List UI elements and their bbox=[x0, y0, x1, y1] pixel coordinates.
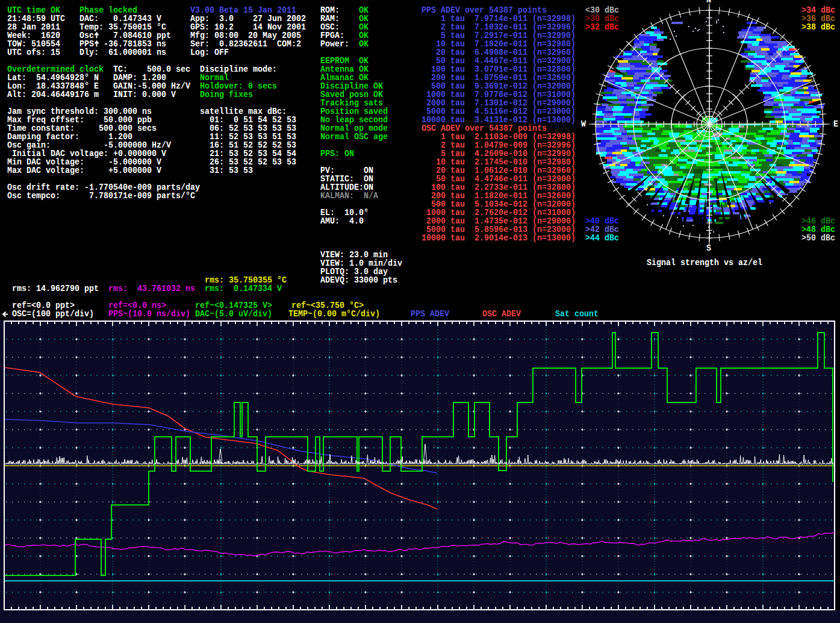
svg-text:UTC ofs: 15: UTC ofs: 15 bbox=[7, 48, 60, 57]
svg-text:INIT: 0.000 V: INIT: 0.000 V bbox=[113, 90, 176, 99]
svg-text:PPS ADEV: PPS ADEV bbox=[411, 309, 449, 319]
svg-text:Dly: 61.000001 ns: Dly: 61.000001 ns bbox=[79, 48, 166, 57]
svg-text:PPS: ON: PPS: ON bbox=[320, 149, 354, 158]
svg-text:rms: 43.761032 ns: rms: 43.761032 ns bbox=[108, 284, 195, 293]
svg-text:W: W bbox=[581, 119, 586, 129]
svg-text:TEMP~(0.00 m°C/div): TEMP~(0.00 m°C/div) bbox=[288, 309, 380, 319]
svg-text:Signal strength vs az/el: Signal strength vs az/el bbox=[647, 258, 762, 268]
svg-text:S: S bbox=[706, 243, 711, 253]
svg-text:>44 dBc: >44 dBc bbox=[585, 233, 619, 243]
svg-text:N: N bbox=[706, 0, 711, 5]
svg-text:OSC ADEV: OSC ADEV bbox=[482, 309, 521, 319]
svg-text:Normal OSC age: Normal OSC age bbox=[320, 132, 388, 142]
svg-text:ADEVQ: 33000 pts: ADEVQ: 33000 pts bbox=[320, 275, 397, 285]
svg-text:OK: OK bbox=[359, 39, 369, 49]
svg-text:>38 dBc: >38 dBc bbox=[801, 22, 835, 32]
svg-text:rms: 0.147334 V: rms: 0.147334 V bbox=[205, 284, 282, 293]
svg-text:Alt: 204.46449176 m: Alt: 204.46449176 m bbox=[7, 90, 99, 99]
svg-text:AMU: 4.0: AMU: 4.0 bbox=[320, 216, 364, 226]
svg-text:Power:: Power: bbox=[320, 39, 349, 49]
svg-text:PPS~(10.0 ns/div): PPS~(10.0 ns/div) bbox=[108, 309, 190, 319]
svg-text:Sat count: Sat count bbox=[555, 309, 599, 319]
svg-text:>32 dBc: >32 dBc bbox=[585, 22, 619, 32]
svg-text:Log: OFF: Log: OFF bbox=[190, 48, 229, 57]
svg-text:KALMAN: N/A: KALMAN: N/A bbox=[320, 191, 378, 201]
svg-text:DAC~(5.0 uV/div): DAC~(5.0 uV/div) bbox=[195, 309, 272, 319]
svg-text:Osc tempco: 7.780171e-009: Osc tempco: 7.780171e-009 parts/°C bbox=[7, 191, 195, 201]
svg-text:rms: 14.962790 ppt: rms: 14.962790 ppt bbox=[12, 284, 99, 293]
svg-text:OSC=(100 ppt/div): OSC=(100 ppt/div) bbox=[2, 309, 94, 319]
svg-text:E: E bbox=[833, 119, 838, 129]
svg-text:10000 tau 2.9014e-013 (n=1300: 10000 tau 2.9014e-013 (n=13000) bbox=[422, 233, 576, 243]
svg-text:Max DAC voltage: +5.000000: Max DAC voltage: +5.000000 V bbox=[7, 166, 161, 175]
svg-text:Doing fixes: Doing fixes bbox=[200, 90, 253, 99]
svg-text:31: 53 53: 31: 53 53 bbox=[200, 166, 253, 175]
svg-text:>50 dBc: >50 dBc bbox=[801, 233, 835, 243]
